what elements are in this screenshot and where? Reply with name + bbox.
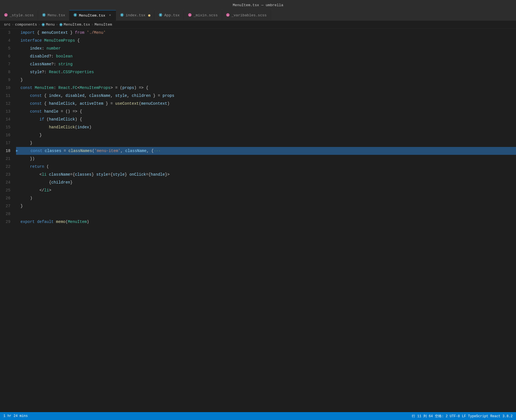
token: </ (21, 186, 44, 194)
token: import (21, 29, 35, 37)
breadcrumb-item-1[interactable]: components (15, 23, 37, 27)
token: handle (44, 108, 58, 115)
token: > (49, 186, 51, 194)
code-content[interactable]: import { menuContext } from './Menu' int… (14, 29, 516, 412)
token: ) => { (134, 84, 148, 92)
breadcrumb-sep-3: › (91, 23, 94, 27)
svg-text:S: S (5, 14, 6, 16)
token: from (75, 29, 84, 37)
token: props (163, 92, 174, 100)
token: } (125, 171, 130, 178)
token: default (37, 218, 54, 226)
tab-index-tsx[interactable]: index.tsx (116, 10, 155, 21)
tab-menuitem-tsx[interactable]: MenuItem.tsx× (69, 10, 116, 21)
fold-arrow-18[interactable]: ▶ (16, 147, 21, 155)
line-number-8: 8 (6, 68, 10, 76)
token: const (30, 92, 42, 100)
line-number-3: 3 (6, 29, 10, 37)
token (46, 171, 49, 178)
tab-mixin-scss[interactable]: S_mixin.scss (184, 10, 222, 21)
token: number (46, 44, 61, 52)
token: ) (167, 100, 170, 108)
code-line-15: handleClick(index) (16, 123, 516, 131)
tab-label-mixin-scss: _mixin.scss (194, 13, 218, 17)
tab-bar: S_style.scssMenu.tsxMenuItem.tsx×index.t… (0, 10, 516, 21)
token: 'menu-item' (94, 147, 120, 155)
tab-icon-index-tsx (120, 13, 124, 18)
token (42, 147, 45, 155)
code-line-17: } (16, 139, 516, 147)
token: MenuItemProps (80, 84, 110, 92)
token: , (121, 147, 125, 155)
token: ={ (70, 171, 75, 178)
tab-icon-app-tsx (159, 13, 163, 18)
status-branch: 1 hr 24 mins (3, 414, 28, 418)
tab-menu-tsx[interactable]: Menu.tsx (38, 10, 69, 21)
tab-variables-scss[interactable]: S_varibables.scss (222, 10, 271, 21)
line-number-29: 29 (6, 218, 10, 226)
tab-app-tsx[interactable]: App.tsx (155, 10, 184, 21)
token: ={ (146, 171, 151, 178)
token: . (61, 68, 63, 76)
token: > = ( (110, 84, 122, 92)
code-line-10: const MenuItem: React.FC<MenuItemProps> … (16, 84, 516, 92)
line-gutter-4 (16, 37, 21, 44)
token: , (127, 92, 132, 100)
code-line-6: disabled?: boolean (16, 52, 516, 60)
tab-close-btn-menuitem-tsx[interactable]: × (108, 13, 112, 18)
code-line-23: <li className={classes} style={style} on… (16, 171, 516, 178)
code-line-29: export default memo(MenuItem) (16, 218, 516, 226)
token: ) (87, 218, 89, 226)
code-line-25: </li> (16, 186, 516, 194)
token: { (42, 100, 49, 108)
breadcrumb-react-icon (41, 23, 46, 27)
line-number-5: 5 (6, 44, 10, 52)
breadcrumb-item-2[interactable]: Menu (41, 23, 55, 27)
line-gutter-26 (16, 194, 21, 202)
token: , (75, 100, 80, 108)
token: < (77, 84, 80, 92)
token: const (30, 147, 42, 155)
token: children (51, 178, 70, 186)
token: return (30, 163, 44, 171)
token: ··· (154, 147, 161, 155)
code-line-26: ) (16, 194, 516, 202)
token: { (35, 29, 42, 37)
code-line-28 (16, 210, 516, 218)
token: classes (75, 171, 92, 178)
token: boolean (56, 52, 73, 60)
code-line-14: if (handleClick) { (16, 115, 516, 123)
tab-style-scss[interactable]: S_style.scss (0, 10, 38, 21)
token: , (61, 92, 66, 100)
code-line-22: return ( (16, 163, 516, 171)
token: menuContext (141, 100, 167, 108)
status-position: 行 11 列 64 空格: 2 UTF-8 LF TypeScript Reac… (412, 414, 513, 419)
token: { (21, 178, 51, 186)
line-gutter-25 (16, 186, 21, 194)
token: onClick (129, 171, 146, 178)
token: style (113, 171, 125, 178)
line-number-13: 13 (6, 108, 10, 115)
token: classes (45, 147, 61, 155)
token: MenuItemProps (44, 37, 75, 44)
code-line-4: interface MenuItemProps { (16, 37, 516, 44)
code-line-16: } (16, 131, 516, 139)
token (42, 37, 44, 44)
line-gutter-7 (16, 60, 21, 68)
breadcrumb-item-4[interactable]: MenuItem (95, 23, 112, 27)
breadcrumb-item-3[interactable]: MenuItem.tsx (59, 23, 90, 27)
breadcrumb-item-0[interactable]: src (4, 23, 10, 27)
token (21, 68, 30, 76)
line-number-17: 17 (6, 139, 10, 147)
svg-text:S: S (227, 14, 228, 16)
token: className (89, 92, 111, 100)
line-gutter-6 (16, 52, 21, 60)
line-number-7: 7 (6, 60, 10, 68)
line-gutter-10 (16, 84, 21, 92)
line-number-23: 23 (6, 171, 10, 178)
code-line-5: index: number (16, 44, 516, 52)
token (21, 163, 30, 171)
token: disabled (30, 52, 49, 60)
tab-label-style-scss: _style.scss (10, 13, 34, 17)
token: interface (21, 37, 42, 44)
